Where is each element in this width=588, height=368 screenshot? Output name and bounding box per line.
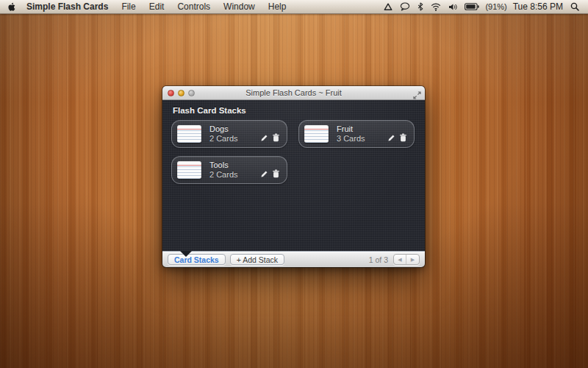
menu-item-window[interactable]: Window xyxy=(217,0,262,14)
menu-bar: Simple Flash Cards File Edit Controls Wi… xyxy=(0,0,588,14)
close-button[interactable] xyxy=(168,90,174,96)
stack-item-tools[interactable]: Tools 2 Cards xyxy=(171,156,287,184)
menu-item-app-name[interactable]: Simple Flash Cards xyxy=(20,0,115,14)
menu-item-help[interactable]: Help xyxy=(262,0,293,14)
bluetooth-icon[interactable] xyxy=(416,2,425,11)
stack-count: 2 Cards xyxy=(209,170,238,180)
battery-icon[interactable] xyxy=(463,3,481,10)
edit-icon[interactable] xyxy=(260,170,268,178)
stack-count: 3 Cards xyxy=(337,134,365,144)
delete-icon[interactable] xyxy=(272,133,280,142)
delete-icon[interactable] xyxy=(399,133,407,142)
pager-control: ◀ ▶ xyxy=(393,254,420,265)
apple-menu[interactable] xyxy=(7,0,20,14)
add-stack-button[interactable]: + Add Stack xyxy=(230,254,284,265)
flashcard-icon xyxy=(177,125,201,143)
stack-count: 2 Cards xyxy=(209,134,238,144)
window-titlebar[interactable]: Simple Flash Cards ~ Fruit xyxy=(162,86,425,100)
drive-icon[interactable] xyxy=(382,3,394,11)
volume-icon[interactable] xyxy=(447,3,459,11)
next-page-button[interactable]: ▶ xyxy=(406,255,419,264)
wifi-icon[interactable] xyxy=(429,3,442,11)
flashcard-icon xyxy=(177,161,201,179)
bottom-toolbar: Card Stacks + Add Stack 1 of 3 ◀ ▶ xyxy=(162,251,425,267)
selected-tab-pointer xyxy=(180,251,192,257)
stack-name: Tools xyxy=(209,160,238,170)
panel-heading: Flash Card Stacks xyxy=(162,100,425,115)
spotlight-search-icon[interactable] xyxy=(569,2,581,11)
apple-icon xyxy=(7,2,15,12)
messages-icon[interactable] xyxy=(398,2,412,11)
window-title: Simple Flash Cards ~ Fruit xyxy=(162,88,425,97)
pager-text: 1 of 3 xyxy=(369,255,388,264)
flashcard-icon xyxy=(304,125,329,143)
app-window: Simple Flash Cards ~ Fruit Flash Card St… xyxy=(162,86,425,267)
stacks-panel: Flash Card Stacks Dogs 2 Cards Fruit 3 C… xyxy=(162,100,425,251)
card-stacks-button[interactable]: Card Stacks xyxy=(168,254,226,265)
battery-percent: (91%) xyxy=(485,2,506,11)
stack-grid: Dogs 2 Cards Fruit 3 Cards xyxy=(171,120,415,184)
menu-clock[interactable]: Tue 8:56 PM xyxy=(512,1,564,12)
delete-icon[interactable] xyxy=(272,169,280,178)
menu-item-edit[interactable]: Edit xyxy=(143,0,171,14)
stack-name: Dogs xyxy=(209,124,238,134)
menu-item-file[interactable]: File xyxy=(115,0,142,14)
stack-item-fruit[interactable]: Fruit 3 Cards xyxy=(298,120,415,148)
stack-item-dogs[interactable]: Dogs 2 Cards xyxy=(171,120,287,148)
edit-icon[interactable] xyxy=(387,134,395,142)
stack-name: Fruit xyxy=(337,124,365,134)
prev-page-button[interactable]: ◀ xyxy=(394,255,406,264)
menu-item-controls[interactable]: Controls xyxy=(171,0,217,14)
minimize-button[interactable] xyxy=(178,90,184,96)
zoom-button[interactable] xyxy=(188,90,195,96)
edit-icon[interactable] xyxy=(260,134,268,142)
